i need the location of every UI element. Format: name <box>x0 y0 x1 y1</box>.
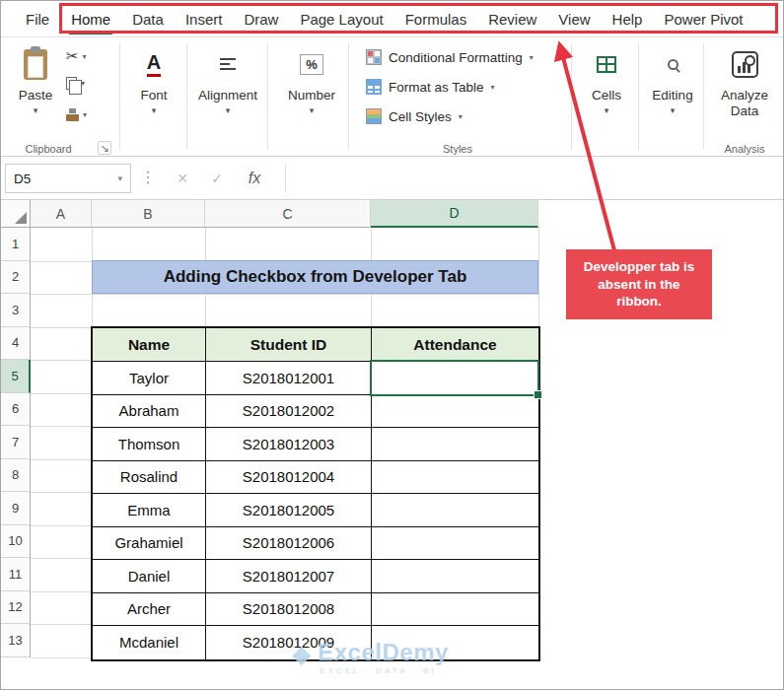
number-label: Number <box>288 88 335 104</box>
group-separator <box>571 43 572 150</box>
cell-student_id[interactable]: S2018012009 <box>206 626 372 659</box>
row-header-3[interactable]: 3 <box>1 294 31 327</box>
row-header-11[interactable]: 11 <box>1 558 31 591</box>
format-as-table-button[interactable]: Format as Table ▾ <box>366 75 495 99</box>
font-icon: A <box>147 52 161 77</box>
insert-function-button[interactable]: fx <box>241 164 268 193</box>
title-banner-cell[interactable]: Adding Checkbox from Developer Tab <box>92 260 538 294</box>
editing-group: Editing ▾ <box>642 37 703 158</box>
name-box[interactable]: D5 ▾ <box>5 164 131 193</box>
cell-attendance[interactable] <box>372 461 538 494</box>
row-header-10[interactable]: 10 <box>1 525 31 559</box>
table-row: ArcherS2018012008 <box>93 593 538 627</box>
row-header-4[interactable]: 4 <box>1 327 31 361</box>
cell-student_id[interactable]: S2018012004 <box>206 461 372 494</box>
row-header-6[interactable]: 6 <box>1 393 31 427</box>
row-header-8[interactable]: 8 <box>1 459 31 493</box>
cells-button[interactable]: Cells ▾ <box>579 41 634 115</box>
row-header-1[interactable]: 1 <box>1 228 31 261</box>
styles-group: Conditional Formatting ▾ Format as Table… <box>352 37 563 158</box>
format-painter-button[interactable]: ▾ <box>66 108 87 121</box>
row-header-12[interactable]: 12 <box>1 591 31 625</box>
row-header-9[interactable]: 9 <box>1 492 31 525</box>
cancel-button[interactable]: ✕ <box>169 164 196 193</box>
cell-attendance[interactable] <box>372 626 538 659</box>
cell-student_id[interactable]: S2018012007 <box>206 560 372 592</box>
row-header-2[interactable]: 2 <box>1 261 31 295</box>
tab-home[interactable]: Home <box>60 1 121 36</box>
cell-attendance[interactable] <box>372 593 538 626</box>
annotation-callout: Developper tab is absent in the ribbon. <box>566 249 712 319</box>
group-separator <box>119 43 120 150</box>
cell-attendance[interactable] <box>372 428 538 460</box>
cell-name[interactable]: Mcdaniel <box>93 626 206 659</box>
cell-attendance[interactable] <box>372 494 538 526</box>
formula-bar: D5 ▾ ⋮ ✕ ✓ fx <box>1 157 784 200</box>
table-header-name[interactable]: Name <box>93 328 206 361</box>
cell-student_id[interactable]: S2018012002 <box>206 395 372 428</box>
formula-input[interactable] <box>289 164 781 193</box>
cell-attendance[interactable] <box>372 527 538 560</box>
cut-button[interactable]: ✂ ▾ <box>66 47 87 65</box>
cell-name[interactable]: Archer <box>93 593 206 626</box>
paste-button[interactable]: Paste ▾ <box>11 41 60 115</box>
cell-name[interactable]: Grahamiel <box>93 527 206 560</box>
dialog-launcher-icon[interactable]: ↘ <box>98 141 111 155</box>
column-header-b[interactable]: B <box>92 200 205 228</box>
row-header-7[interactable]: 7 <box>1 426 31 459</box>
fx-icon: fx <box>249 170 260 187</box>
tab-file[interactable]: File <box>15 1 60 36</box>
row-header-5[interactable]: 5 <box>1 360 31 393</box>
chevron-down-icon: ▾ <box>226 106 231 115</box>
tab-view[interactable]: View <box>547 1 601 36</box>
cell-student_id[interactable]: S2018012005 <box>206 494 372 526</box>
cell-name[interactable]: Emma <box>93 494 206 526</box>
cell-attendance[interactable] <box>372 395 538 428</box>
cell-student_id[interactable]: S2018012006 <box>206 527 372 560</box>
chevron-down-icon: ▾ <box>605 106 609 115</box>
percent-icon: % <box>300 54 323 75</box>
editing-label: Editing <box>652 88 692 104</box>
table-header-attendance[interactable]: Attendance <box>372 328 538 361</box>
cell-student_id[interactable]: S2018012008 <box>206 593 372 626</box>
cell-name[interactable]: Rosalind <box>93 461 206 494</box>
column-header-a[interactable]: A <box>31 200 92 228</box>
table-header-student-id[interactable]: Student ID <box>206 328 372 361</box>
tab-help[interactable]: Help <box>602 1 654 36</box>
cell-name[interactable]: Abraham <box>93 395 206 428</box>
cell-name[interactable]: Thomson <box>93 428 206 460</box>
cell-attendance[interactable] <box>372 560 538 592</box>
number-button[interactable]: % Number ▾ <box>279 41 344 115</box>
tab-draw[interactable]: Draw <box>233 1 289 36</box>
copy-button[interactable]: ▾ <box>66 77 85 90</box>
table-row: RosalindS2018012004 <box>93 461 538 495</box>
cell-student_id[interactable]: S2018012003 <box>206 428 372 460</box>
group-separator <box>638 43 639 150</box>
alignment-button[interactable]: Alignment ▾ <box>192 41 263 115</box>
tab-insert[interactable]: Insert <box>175 1 234 36</box>
paste-label: Paste <box>19 88 53 104</box>
font-button[interactable]: A Font ▾ <box>123 41 184 115</box>
tab-power-pivot[interactable]: Power Pivot <box>653 1 753 36</box>
cell-attendance[interactable] <box>372 362 538 394</box>
tab-data[interactable]: Data <box>121 1 175 36</box>
cell-name[interactable]: Daniel <box>93 560 206 592</box>
cell-styles-button[interactable]: Cell Styles ▾ <box>366 104 463 128</box>
editing-button[interactable]: Editing ▾ <box>644 41 701 115</box>
column-header-d[interactable]: D <box>371 200 538 228</box>
format-as-table-icon <box>366 79 382 95</box>
enter-icon: ✓ <box>211 171 223 186</box>
column-header-c[interactable]: C <box>205 200 371 228</box>
cell-student_id[interactable]: S2018012001 <box>206 362 372 394</box>
analyze-data-button[interactable]: Analyze Data <box>713 41 776 119</box>
select-all-corner[interactable] <box>1 200 31 228</box>
row-header-13[interactable]: 13 <box>1 624 31 657</box>
enter-button[interactable]: ✓ <box>203 164 231 193</box>
tab-formulas[interactable]: Formulas <box>394 1 478 36</box>
alignment-label: Alignment <box>198 88 257 104</box>
conditional-formatting-button[interactable]: Conditional Formatting ▾ <box>366 45 534 69</box>
tab-review[interactable]: Review <box>477 1 547 36</box>
tab-page-layout[interactable]: Page Layout <box>289 1 393 36</box>
cell-name[interactable]: Taylor <box>93 362 206 394</box>
number-group: % Number ▾ <box>275 37 348 158</box>
